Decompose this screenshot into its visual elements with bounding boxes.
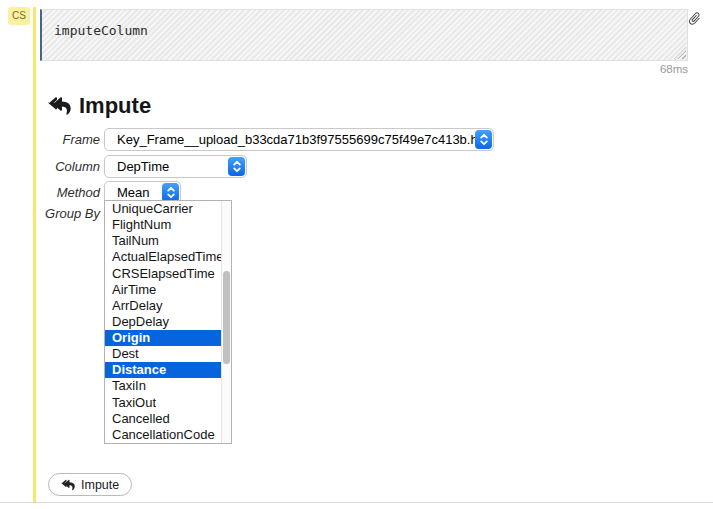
column-select[interactable]: DepTime — [104, 155, 247, 178]
group-by-option[interactable]: TailNum — [105, 233, 221, 249]
impute-button[interactable]: Impute — [48, 473, 132, 496]
reply-all-icon — [61, 479, 75, 491]
group-by-option[interactable]: Origin — [105, 330, 221, 346]
cell-divider — [0, 502, 713, 503]
reply-all-icon — [48, 96, 71, 116]
group-by-option[interactable]: DepDelay — [105, 314, 221, 330]
method-select-value: Mean — [105, 185, 162, 200]
form-title-text: Impute — [79, 93, 151, 119]
resize-grip-icon[interactable] — [674, 47, 686, 59]
group-by-options: UniqueCarrierFlightNumTailNumActualElaps… — [105, 201, 221, 443]
form-header: Impute — [48, 93, 151, 119]
group-by-option[interactable]: FlightNum — [105, 217, 221, 233]
frame-select[interactable]: Key_Frame__upload_b33cda71b3f97555699c75… — [104, 128, 494, 151]
cell-selected-accent-bar — [33, 7, 36, 503]
group-by-label: Group By — [34, 206, 100, 221]
column-label: Column — [34, 159, 100, 174]
group-by-option[interactable]: TaxiIn — [105, 378, 221, 394]
frame-select-value: Key_Frame__upload_b33cda71b3f97555699c75… — [105, 132, 475, 147]
up-down-chevrons-icon — [475, 130, 492, 149]
execution-time: 68ms — [560, 63, 688, 75]
group-by-option[interactable]: AirTime — [105, 282, 221, 298]
method-label: Method — [34, 185, 100, 200]
group-by-option[interactable]: UniqueCarrier — [105, 201, 221, 217]
group-by-option[interactable]: ActualElapsedTime — [105, 249, 221, 265]
group-by-option[interactable]: Cancelled — [105, 411, 221, 427]
group-by-listbox[interactable]: UniqueCarrierFlightNumTailNumActualElaps… — [104, 200, 232, 444]
group-by-option[interactable]: CRSElapsedTime — [105, 266, 221, 282]
scrollbar-thumb[interactable] — [223, 271, 230, 364]
paperclip-icon[interactable] — [687, 10, 702, 27]
group-by-option[interactable]: CancellationCode — [105, 427, 221, 443]
up-down-chevrons-icon — [228, 157, 245, 176]
group-by-option[interactable]: TaxiOut — [105, 395, 221, 411]
column-select-value: DepTime — [105, 159, 228, 174]
impute-button-label: Impute — [81, 478, 119, 492]
group-by-option[interactable]: Dest — [105, 346, 221, 362]
group-by-option[interactable]: Distance — [105, 362, 221, 378]
listbox-scrollbar[interactable] — [221, 201, 231, 443]
cell-type-badge: CS — [8, 7, 30, 25]
code-editor[interactable]: imputeColumn — [40, 9, 688, 61]
flow-notebook-cell: CS imputeColumn 68ms Impute Frame Key_Fr… — [0, 0, 713, 509]
frame-label: Frame — [34, 132, 100, 147]
group-by-option[interactable]: ArrDelay — [105, 298, 221, 314]
code-text[interactable]: imputeColumn — [54, 23, 148, 38]
